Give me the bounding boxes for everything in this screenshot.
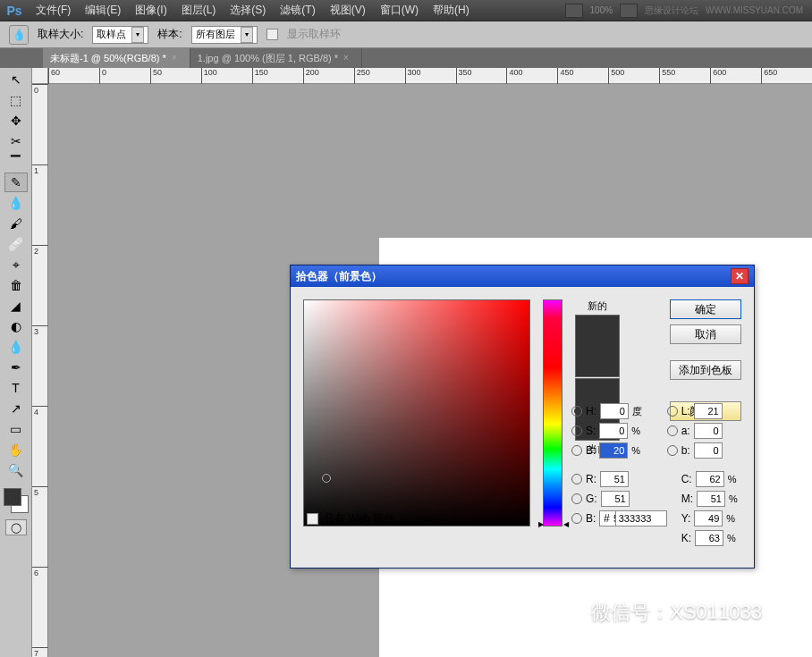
eraser-tool[interactable]: 🗑 xyxy=(4,275,28,295)
foreground-color-swatch[interactable] xyxy=(4,488,21,506)
color-field[interactable] xyxy=(303,299,530,526)
path-select-tool[interactable]: ↗ xyxy=(4,399,28,418)
marquee-tool[interactable]: ⬚ xyxy=(4,90,28,110)
y-input[interactable] xyxy=(694,510,723,526)
eyedropper-tool[interactable]: ✎ xyxy=(4,173,28,192)
sample-layers-combo[interactable]: 所有图层▾ xyxy=(191,26,258,44)
healing-tool[interactable]: 💧 xyxy=(4,193,28,213)
hex-input[interactable] xyxy=(615,510,667,526)
dialog-titlebar[interactable]: 拾色器（前景色） ✕ xyxy=(291,265,754,287)
l-radio[interactable] xyxy=(667,406,678,417)
toolbox: ↖ ⬚ ✥ ✂ ▔ ✎ 💧 🖌 🩹 ⌖ 🗑 ◢ ◐ 💧 ✒ T ↗ ▭ ✋ 🔍 … xyxy=(0,68,32,657)
doc-tab-1[interactable]: 未标题-1 @ 50%(RGB/8) *× xyxy=(43,48,190,68)
app-logo: Ps xyxy=(0,0,29,21)
b-radio[interactable] xyxy=(571,445,582,456)
gradient-tool[interactable]: ◢ xyxy=(4,296,28,316)
c-input[interactable] xyxy=(696,471,724,487)
close-button[interactable]: ✕ xyxy=(731,268,749,284)
magic-wand-tool[interactable]: ✂ xyxy=(4,131,28,151)
menu-edit[interactable]: 编辑(E) xyxy=(78,3,128,18)
eyedropper-tool-icon[interactable]: 💧 xyxy=(9,25,29,45)
rgb-b-radio[interactable] xyxy=(571,513,582,524)
r-radio[interactable] xyxy=(571,474,582,484)
a-input[interactable] xyxy=(694,423,723,439)
hue-slider[interactable] xyxy=(543,299,562,526)
s-radio[interactable] xyxy=(571,425,582,436)
add-swatch-button[interactable]: 添加到色板 xyxy=(670,360,741,380)
screen-mode-dropdown[interactable] xyxy=(565,4,583,18)
zoom-tool[interactable]: 🔍 xyxy=(4,460,28,480)
ruler-vertical[interactable]: 01234567 xyxy=(32,84,48,657)
hand-tool[interactable]: ✋ xyxy=(4,440,28,459)
l-input[interactable] xyxy=(694,403,723,419)
dodge-tool[interactable]: 💧 xyxy=(4,337,28,357)
watermark-site-label: 思缘设计论坛 xyxy=(645,4,698,17)
stamp-tool[interactable]: 🩹 xyxy=(4,234,28,254)
shape-tool[interactable]: ▭ xyxy=(4,419,28,439)
ruler-horizontal[interactable]: 6005010015020025030035040045050055060065… xyxy=(48,68,812,84)
quick-mask-button[interactable]: ◯ xyxy=(5,519,27,535)
menu-filter[interactable]: 滤镜(T) xyxy=(273,3,322,18)
lab-b-radio[interactable] xyxy=(667,445,678,456)
color-field-marker[interactable] xyxy=(322,474,331,483)
color-swatches[interactable] xyxy=(4,488,29,513)
ok-button[interactable]: 确定 xyxy=(670,299,741,319)
new-color-label: 新的 xyxy=(588,299,607,313)
new-color-swatch xyxy=(575,315,620,377)
move-tool[interactable]: ↖ xyxy=(4,70,28,89)
watermark-site-url: WWW.MISSYUAN.COM xyxy=(706,5,803,15)
show-sample-ring-checkbox[interactable] xyxy=(266,29,278,40)
show-sample-ring-label: 显示取样环 xyxy=(287,27,341,42)
web-only-label: 只有 Web 颜色 xyxy=(324,511,394,526)
cancel-button[interactable]: 取消 xyxy=(670,324,741,344)
view-dropdown[interactable] xyxy=(620,4,638,18)
menu-file[interactable]: 文件(F) xyxy=(29,3,78,18)
web-only-checkbox[interactable] xyxy=(307,513,318,525)
g-radio[interactable] xyxy=(571,493,582,504)
type-tool[interactable]: T xyxy=(4,378,28,398)
doc-tab-2[interactable]: 1.jpg @ 100% (图层 1, RGB/8) *× xyxy=(190,48,362,68)
brush-tool[interactable]: 🖌 xyxy=(4,214,28,233)
b-input[interactable] xyxy=(599,442,628,459)
r-input[interactable] xyxy=(600,471,629,487)
h-radio[interactable] xyxy=(571,406,582,417)
close-icon[interactable]: × xyxy=(172,53,182,63)
lab-b-input[interactable] xyxy=(694,442,723,459)
sample-size-label: 取样大小: xyxy=(38,27,83,42)
blur-tool[interactable]: ◐ xyxy=(4,316,28,336)
m-input[interactable] xyxy=(697,491,725,507)
menu-image[interactable]: 图像(I) xyxy=(128,3,173,18)
pen-tool[interactable]: ✒ xyxy=(4,358,28,377)
menu-help[interactable]: 帮助(H) xyxy=(426,3,477,18)
ruler-origin[interactable] xyxy=(32,68,48,84)
k-input[interactable] xyxy=(695,530,723,546)
hex-label: # xyxy=(604,512,610,525)
close-icon[interactable]: × xyxy=(343,53,354,63)
hue-slider-thumb[interactable] xyxy=(538,520,569,527)
sample-label: 样本: xyxy=(157,27,182,42)
menubar: Ps 文件(F) 编辑(E) 图像(I) 图层(L) 选择(S) 滤镜(T) 视… xyxy=(0,0,812,21)
lasso-tool[interactable]: ✥ xyxy=(4,111,28,131)
document-tabs: 未标题-1 @ 50%(RGB/8) *× 1.jpg @ 100% (图层 1… xyxy=(0,48,812,68)
menu-select[interactable]: 选择(S) xyxy=(223,3,273,18)
wechat-icon xyxy=(554,598,582,627)
sample-size-combo[interactable]: 取样点▾ xyxy=(92,26,148,44)
canvas-area: 6005010015020025030035040045050055060065… xyxy=(32,68,812,657)
menu-view[interactable]: 视图(V) xyxy=(323,3,373,18)
menu-layer[interactable]: 图层(L) xyxy=(174,3,224,18)
menu-window[interactable]: 窗口(W) xyxy=(373,3,426,18)
g-input[interactable] xyxy=(601,491,630,507)
crop-tool[interactable]: ▔ xyxy=(4,152,28,172)
h-input[interactable] xyxy=(600,403,629,419)
color-picker-dialog: 拾色器（前景色） ✕ 新的 当前 确定 取消 xyxy=(290,265,755,569)
history-brush-tool[interactable]: ⌖ xyxy=(4,255,28,274)
options-bar: 💧 取样大小: 取样点▾ 样本: 所有图层▾ 显示取样环 xyxy=(0,21,812,48)
s-input[interactable] xyxy=(599,423,628,439)
a-radio[interactable] xyxy=(667,425,678,436)
watermark: 微信号：XS011033 xyxy=(554,598,762,627)
zoom-level[interactable]: 100% xyxy=(590,5,613,15)
